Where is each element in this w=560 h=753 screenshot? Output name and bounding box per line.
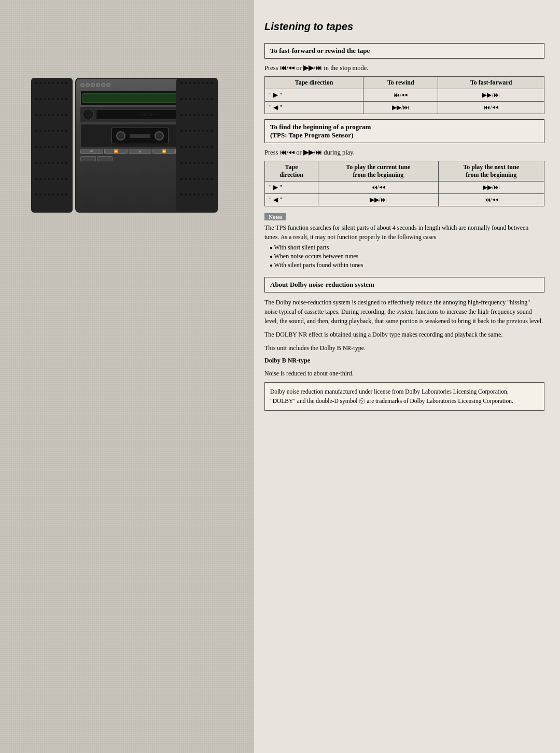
section-fast-forward-box: To fast-forward or rewind the tape [264, 43, 544, 59]
table2-row1-current: ⏮/◀◀ [318, 182, 438, 194]
dolby-paragraph1: The Dolby noise-reduction system is desi… [264, 298, 544, 326]
dolby-noise-reduced: Noise is reduced to about one-third. [264, 369, 544, 378]
table-row: " ▶ " ⏮/◀◀ ▶▶/⏭ [265, 89, 544, 102]
dolby-box-title: About Dolby noise-reduction system [270, 281, 374, 288]
dolby-section: About Dolby noise-reduction system The D… [264, 277, 544, 411]
table1-row1-rewind: ⏮/◀◀ [363, 89, 438, 102]
table1-row2-direction: " ◀ " [265, 102, 363, 114]
table2-row2-current: ▶▶/⏭ [318, 194, 438, 206]
right-panel: Listening to tapes To fast-forward or re… [254, 0, 560, 753]
table2-row2-direction: " ◀ " [265, 194, 318, 206]
notes-bullet-list: With short silent parts When noise occur… [264, 244, 544, 269]
list-item: When noise occurs between tunes [270, 253, 544, 260]
dolby-box: About Dolby noise-reduction system [264, 277, 544, 292]
table2-row1-direction: " ▶ " [265, 182, 318, 194]
notes-label: Notes [264, 213, 286, 220]
table1-row2-ff: ⏮/◀◀ [438, 102, 544, 114]
table2-row2-next: ⏮/◀◀ [438, 194, 544, 206]
dolby-info-box: Dolby noise reduction manufactured under… [264, 382, 544, 411]
device-image: □□□□□□ ⏮ ⏪ ▶ ⏩ ⏭ [31, 78, 218, 223]
left-panel: □□□□□□ ⏮ ⏪ ▶ ⏩ ⏭ [0, 0, 254, 753]
rewind-fastforward-table: Tape direction To rewind To fast-forward… [264, 76, 544, 114]
table-row: " ◀ " ▶▶/⏭ ⏮/◀◀ [265, 102, 544, 114]
list-item: With short silent parts [270, 244, 544, 252]
notes-text: The TPS function searches for silent par… [264, 223, 544, 242]
section-tps-box: To find the beginning of a program(TPS: … [264, 119, 544, 143]
table1-row2-rewind: ▶▶/⏭ [363, 102, 438, 114]
tps-table: Tapedirection To play the current tunefr… [264, 161, 544, 206]
list-item: With silent parts found within tunes [270, 261, 544, 269]
table1-header-rewind: To rewind [363, 77, 438, 89]
page-title: Listening to tapes [264, 21, 544, 33]
section1-title: To fast-forward or rewind the tape [270, 47, 370, 54]
left-speaker [31, 78, 73, 213]
right-speaker [176, 78, 218, 213]
section2-press-instruction: Press ⏮/◀◀ or ▶▶/⏭ during play. [264, 148, 544, 157]
table2-header-direction: Tapedirection [265, 161, 318, 182]
section1-press-instruction: Press ⏮/◀◀ or ▶▶/⏭ in the stop mode. [264, 64, 544, 72]
table1-row1-direction: " ▶ " [265, 89, 363, 102]
table2-header-next: To play the next tunefrom the beginning [438, 161, 544, 182]
dolby-paragraph2: The DOLBY NR effect is obtained using a … [264, 330, 544, 339]
dolby-subheading: Dolby B NR-type [264, 357, 544, 365]
table-row: " ▶ " ⏮/◀◀ ▶▶/⏭ [265, 182, 544, 194]
notes-section: Notes The TPS function searches for sile… [264, 213, 544, 269]
table1-header-fastforward: To fast-forward [438, 77, 544, 89]
table-row: " ◀ " ▶▶/⏭ ⏮/◀◀ [265, 194, 544, 206]
table2-header-current: To play the current tunefrom the beginni… [318, 161, 438, 182]
table1-row1-ff: ▶▶/⏭ [438, 89, 544, 102]
table1-header-direction: Tape direction [265, 77, 363, 89]
dolby-info-text: Dolby noise reduction manufactured under… [270, 388, 513, 404]
section2-title: To find the beginning of a program(TPS: … [270, 123, 371, 139]
table2-row1-next: ▶▶/⏭ [438, 182, 544, 194]
dolby-paragraph3: This unit includes the Dolby B NR-type. [264, 343, 544, 353]
